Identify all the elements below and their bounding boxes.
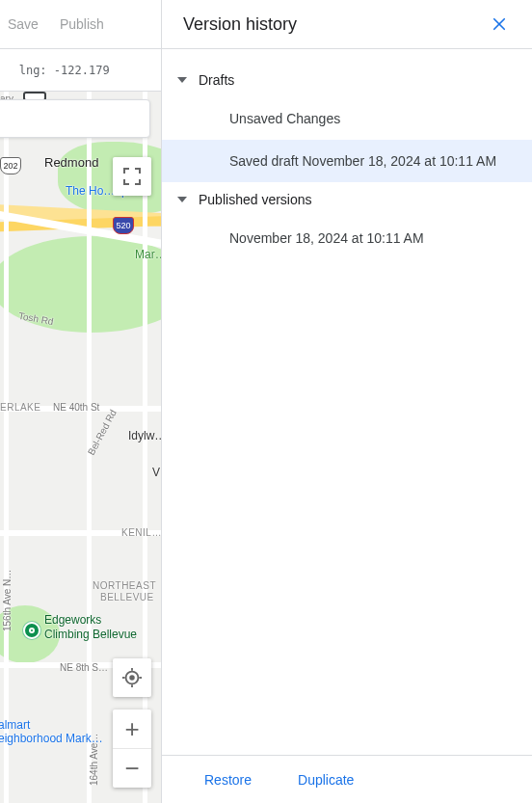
lng-value: -122.179 [54, 64, 110, 77]
svg-point-1 [130, 676, 134, 680]
map-road-ne40: NE 40th St [53, 402, 99, 413]
zoom-in-button[interactable]: + [113, 709, 151, 749]
map-label-marymoor: Mar… [135, 248, 161, 261]
version-item-unsaved[interactable]: Unsaved Changes [162, 97, 532, 140]
coords-bar: 641 lng: -122.179 [0, 49, 161, 92]
section-drafts-label: Drafts [199, 72, 234, 88]
map-area-ne-bellevue-1: NORTHEAST [93, 580, 156, 591]
save-button[interactable]: Save [8, 16, 39, 32]
section-drafts-header[interactable]: Drafts [162, 63, 532, 97]
version-item-published[interactable]: November 18, 2024 at 10:11 AM [162, 217, 532, 259]
zoom-out-button[interactable]: − [113, 749, 151, 788]
map-label-idylw: Idylw… [128, 429, 161, 442]
panel-footer: Restore Duplicate [162, 755, 532, 803]
hwy-shield-202-icon: 202 [0, 157, 21, 174]
map-area-erlake: ERLAKE [0, 402, 40, 413]
map-viewport[interactable]: ary Redmond The Ho…ep… 520 202 Mar… Tosh… [0, 92, 161, 803]
map-label-redmond: Redmond [44, 155, 98, 170]
lng-label: lng: [19, 64, 47, 77]
map-poi-edgeworks-2[interactable]: Climbing Bellevue [44, 628, 137, 641]
section-published-label: Published versions [199, 192, 312, 207]
recenter-button[interactable] [113, 658, 151, 697]
publish-button[interactable]: Publish [60, 16, 104, 32]
map-area-kenil: KENIL… [121, 527, 161, 538]
hwy-shield-520-icon: 520 [113, 217, 134, 234]
floating-card[interactable] [0, 99, 150, 138]
version-item-saved-draft[interactable]: Saved draft November 18, 2024 at 10:11 A… [162, 140, 532, 182]
map-road-156: 156th Ave N… [2, 570, 13, 631]
map-poi-edgeworks-1[interactable]: Edgeworks [44, 613, 101, 627]
zoom-control: + − [113, 709, 151, 788]
version-history-panel: Version history Drafts Unsaved Changes S… [161, 0, 532, 803]
map-road-ne8: NE 8th S… [60, 662, 108, 673]
map-area-ne-bellevue-2: BELLEVUE [100, 592, 154, 602]
section-published-header[interactable]: Published versions [162, 182, 532, 217]
panel-title: Version history [183, 14, 297, 35]
map-poi-walmart-2[interactable]: eighborhood Mark… [0, 732, 103, 745]
fullscreen-button[interactable] [113, 157, 151, 196]
duplicate-button[interactable]: Duplicate [298, 772, 354, 788]
target-icon [121, 667, 143, 688]
map-poi-walmart-1[interactable]: almart [0, 718, 30, 732]
lng-group: lng: -122.179 [19, 64, 110, 77]
caret-down-icon [177, 77, 187, 83]
fullscreen-icon [123, 168, 141, 185]
close-icon [491, 15, 508, 33]
panel-header: Version history [162, 0, 532, 49]
map-label-v: V [152, 466, 160, 479]
top-toolbar: Save Publish [0, 0, 161, 49]
caret-down-icon [177, 197, 187, 202]
restore-button[interactable]: Restore [204, 772, 252, 788]
poi-marker-icon[interactable] [23, 622, 40, 639]
close-button[interactable] [488, 13, 511, 36]
panel-body: Drafts Unsaved Changes Saved draft Novem… [162, 49, 532, 755]
